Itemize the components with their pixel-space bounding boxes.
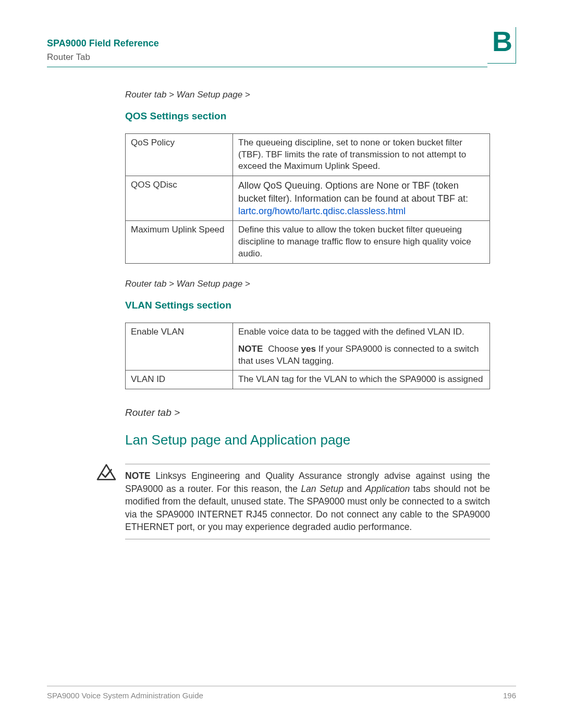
doc-title: SPA9000 Field Reference xyxy=(47,37,159,50)
table-row: Maximum Uplink Speed Define this value t… xyxy=(126,221,490,264)
page-footer: SPA9000 Voice System Administration Guid… xyxy=(47,686,516,701)
field-name: Maximum Uplink Speed xyxy=(126,221,233,264)
breadcrumb-qos: Router tab > Wan Setup page > xyxy=(125,89,490,101)
table-row: Enable VLAN Enable voice data to be tagg… xyxy=(126,323,490,371)
field-desc: Enable voice data to be tagged with the … xyxy=(233,323,490,371)
field-name: QOS QDisc xyxy=(126,176,233,221)
appendix-badge: B xyxy=(487,27,516,64)
link-lartc[interactable]: lartc.org/howto/lartc.qdisc.classless.ht… xyxy=(238,206,406,216)
note-bold: yes xyxy=(301,344,316,354)
heading-vlan: VLAN Settings section xyxy=(125,299,490,312)
note-rule-bottom xyxy=(125,539,490,539)
footer-guide: SPA9000 Voice System Administration Guid… xyxy=(47,690,203,701)
note-line: NOTEChoose yes If your SPA9000 is connec… xyxy=(238,343,484,367)
table-row: VLAN ID The VLAN tag for the VLAN to whi… xyxy=(126,371,490,389)
page: SPA9000 Field Reference Router Tab B Rou… xyxy=(0,0,563,728)
heading-lan: Lan Setup page and Application page xyxy=(125,431,490,449)
field-name: VLAN ID xyxy=(126,371,233,389)
header-left: SPA9000 Field Reference Router Tab xyxy=(47,37,159,64)
footer-page: 196 xyxy=(503,690,516,701)
note-mid1: and xyxy=(344,484,365,494)
field-name: QoS Policy xyxy=(126,133,233,176)
note-text: NOTE Linksys Engineering and Quality Ass… xyxy=(125,470,490,534)
breadcrumb-vlan: Router tab > Wan Setup page > xyxy=(125,278,490,290)
note-pre: Choose xyxy=(268,344,301,354)
note-icon-wrap xyxy=(96,464,116,485)
note-i2: Application xyxy=(365,484,410,494)
field-desc: Allow QoS Queuing. Options are None or T… xyxy=(233,176,490,221)
header-rule xyxy=(47,67,487,67)
tab-title: Router Tab xyxy=(47,52,159,64)
field-desc: Define this value to allow the token buc… xyxy=(233,221,490,264)
desc-line: Enable voice data to be tagged with the … xyxy=(238,326,484,338)
note-block: NOTE Linksys Engineering and Quality Ass… xyxy=(125,464,490,539)
note-rule-top xyxy=(125,464,490,464)
field-desc: The queueing discipline, set to none or … xyxy=(233,133,490,176)
content: Router tab > Wan Setup page > QOS Settin… xyxy=(125,89,490,539)
note-i1: Lan Setup xyxy=(301,484,343,494)
table-row: QoS Policy The queueing discipline, set … xyxy=(126,133,490,176)
appendix-letter: B xyxy=(492,27,512,55)
table-qos: QoS Policy The queueing discipline, set … xyxy=(125,133,490,264)
note-label: NOTE xyxy=(238,344,263,354)
page-header: SPA9000 Field Reference Router Tab B xyxy=(47,27,516,64)
table-vlan: Enable VLAN Enable voice data to be tagg… xyxy=(125,323,490,390)
field-desc: The VLAN tag for the VLAN to which the S… xyxy=(233,371,490,389)
heading-qos: QOS Settings section xyxy=(125,109,490,123)
breadcrumb-lan: Router tab > xyxy=(125,406,490,419)
table-row: QOS QDisc Allow QoS Queuing. Options are… xyxy=(126,176,490,221)
desc-text: Allow QoS Queuing. Options are None or T… xyxy=(238,180,468,203)
note-label: NOTE xyxy=(125,471,151,481)
check-triangle-icon xyxy=(96,464,116,482)
svg-marker-0 xyxy=(97,465,115,479)
field-name: Enable VLAN xyxy=(126,323,233,371)
